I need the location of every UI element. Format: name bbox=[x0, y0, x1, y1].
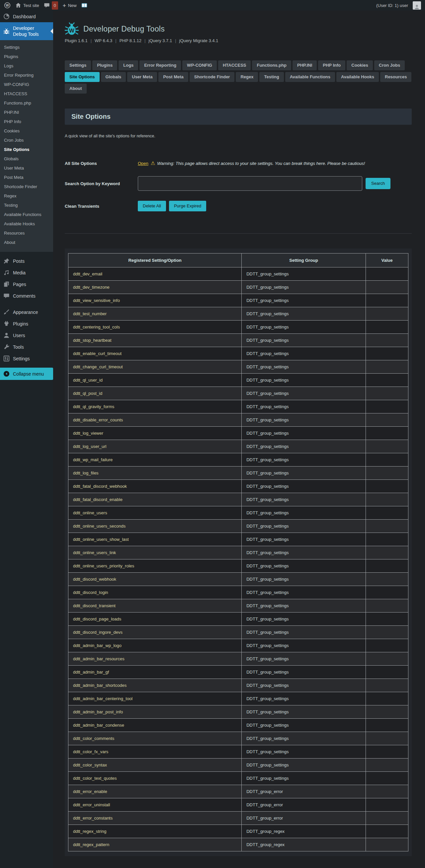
cell-option: ddtt_discord_transient bbox=[68, 599, 242, 613]
collapse-menu-button[interactable]: Collapse menu bbox=[0, 368, 53, 380]
cell-option: ddtt_admin_bar_gf bbox=[68, 665, 242, 679]
sidebar-subitem-settings[interactable]: Settings bbox=[0, 43, 53, 52]
cell-value bbox=[366, 665, 408, 679]
tab-plugins[interactable]: Plugins bbox=[92, 60, 117, 70]
tab-htaccess[interactable]: HTACCESS bbox=[218, 60, 251, 70]
sidebar-subitem-resources[interactable]: Resources bbox=[0, 228, 53, 238]
tab-cron-jobs[interactable]: Cron Jobs bbox=[374, 60, 405, 70]
tab-available-hooks[interactable]: Available Hooks bbox=[336, 72, 379, 82]
tab-settings[interactable]: Settings bbox=[65, 60, 91, 70]
cell-group: DDTT_group_settings bbox=[242, 559, 366, 573]
new-content-menu[interactable]: + New bbox=[63, 0, 77, 11]
tab-post-meta[interactable]: Post Meta bbox=[159, 72, 188, 82]
sidebar-item-plugins[interactable]: Plugins bbox=[0, 318, 53, 330]
home-icon bbox=[15, 2, 21, 8]
sidebar-subitem-cron-jobs[interactable]: Cron Jobs bbox=[0, 136, 53, 145]
cell-option: ddtt_fatal_discord_enable bbox=[68, 493, 242, 506]
tab-available-functions[interactable]: Available Functions bbox=[285, 72, 335, 82]
sidebar-item-users[interactable]: Users bbox=[0, 330, 53, 341]
comment-bubble-icon bbox=[44, 2, 50, 8]
tab-site-options[interactable]: Site Options bbox=[65, 72, 100, 82]
comments-menu[interactable]: 0 bbox=[44, 0, 58, 11]
cell-option: ddtt_color_text_quotes bbox=[68, 772, 242, 785]
sidebar-subitem-user-meta[interactable]: User Meta bbox=[0, 163, 53, 173]
meta-item: jQuery Migrate 3.4.1 bbox=[179, 38, 219, 43]
cell-group: DDTT_group_settings bbox=[242, 758, 366, 772]
sidebar-subitem-available-hooks[interactable]: Available Hooks bbox=[0, 219, 53, 228]
tab-functions-php[interactable]: Functions.php bbox=[252, 60, 291, 70]
sidebar-subitem-post-meta[interactable]: Post Meta bbox=[0, 173, 53, 182]
cell-group: DDTT_group_settings bbox=[242, 652, 366, 665]
tab-shortcode-finder[interactable]: Shortcode Finder bbox=[190, 72, 235, 82]
tools-icon bbox=[3, 344, 10, 350]
sidebar-item-media[interactable]: Media bbox=[0, 267, 53, 278]
pages-icon bbox=[3, 281, 10, 287]
cell-value bbox=[366, 400, 408, 413]
cell-group: DDTT_group_settings bbox=[242, 745, 366, 758]
sidebar-subitem-error-reporting[interactable]: Error Reporting bbox=[0, 71, 53, 80]
delete-all-button[interactable]: Delete All bbox=[138, 201, 166, 211]
purge-expired-button[interactable]: Purge Expired bbox=[169, 201, 206, 211]
sidebar-subitem-about[interactable]: About bbox=[0, 238, 53, 247]
sidebar-subitem-globals[interactable]: Globals bbox=[0, 154, 53, 163]
tab-user-meta[interactable]: User Meta bbox=[127, 72, 157, 82]
cell-group: DDTT_group_error bbox=[242, 798, 366, 812]
site-name-menu[interactable]: Test site bbox=[15, 0, 39, 11]
search-button[interactable]: Search bbox=[366, 178, 391, 189]
sidebar-item-dashboard[interactable]: Dashboard bbox=[0, 11, 53, 22]
svg-text:W: W bbox=[6, 4, 9, 7]
tab-regex[interactable]: Regex bbox=[236, 72, 258, 82]
sidebar-subitem-site-options[interactable]: Site Options bbox=[0, 145, 53, 154]
cell-value bbox=[366, 506, 408, 520]
collapse-arrow-icon bbox=[3, 371, 10, 377]
sidebar-subitem-testing[interactable]: Testing bbox=[0, 201, 53, 210]
tab-testing[interactable]: Testing bbox=[259, 72, 284, 82]
tab-php-info[interactable]: PHP Info bbox=[318, 60, 345, 70]
sidebar-subitem-wp-config[interactable]: WP-CONFIG bbox=[0, 80, 53, 89]
cell-option: ddtt_online_users bbox=[68, 506, 242, 520]
sidebar-subitem-functions-php[interactable]: Functions.php bbox=[0, 98, 53, 108]
sidebar-item-settings[interactable]: Settings bbox=[0, 353, 53, 364]
book-menu[interactable] bbox=[81, 0, 87, 11]
cell-value bbox=[366, 599, 408, 613]
avatar[interactable] bbox=[413, 1, 421, 10]
cell-value bbox=[366, 387, 408, 400]
cell-option: ddtt_error_enable bbox=[68, 785, 242, 798]
cell-option: ddtt_error_uninstall bbox=[68, 798, 242, 812]
sidebar-item-developer-debug-tools[interactable]: W Developer Debug Tools bbox=[0, 22, 53, 40]
sidebar-subitem-php-ini[interactable]: PHP.INI bbox=[0, 108, 53, 117]
sidebar-subitem-plugins[interactable]: Plugins bbox=[0, 52, 53, 61]
sidebar-subitem-shortcode-finder[interactable]: Shortcode Finder bbox=[0, 182, 53, 191]
sidebar-item-pages[interactable]: Pages bbox=[0, 278, 53, 290]
tab-wp-config[interactable]: WP-CONFIG bbox=[182, 60, 217, 70]
comments-icon bbox=[3, 293, 10, 299]
sidebar-item-posts[interactable]: Posts bbox=[0, 255, 53, 267]
cell-value bbox=[366, 613, 408, 626]
tab-logs[interactable]: Logs bbox=[118, 60, 138, 70]
cell-group: DDTT_group_settings bbox=[242, 705, 366, 719]
sidebar-subitem-htaccess[interactable]: HTACCESS bbox=[0, 89, 53, 98]
cell-group: DDTT_group_settings bbox=[242, 360, 366, 374]
tab-globals[interactable]: Globals bbox=[101, 72, 126, 82]
sidebar-item-comments[interactable]: Comments bbox=[0, 290, 53, 302]
sidebar-item-tools[interactable]: Tools bbox=[0, 341, 53, 353]
plugin-version-meta: Plugin 1.6.1|WP 6.4.3|PHP 8.1.12|jQuery … bbox=[65, 38, 412, 43]
cell-option: ddtt_color_syntax bbox=[68, 758, 242, 772]
sidebar-subitem-available-functions[interactable]: Available Functions bbox=[0, 210, 53, 219]
sidebar-subitem-regex[interactable]: Regex bbox=[0, 191, 53, 201]
tab-error-reporting[interactable]: Error Reporting bbox=[139, 60, 181, 70]
open-options-link[interactable]: Open bbox=[138, 161, 148, 166]
sidebar-subitem-logs[interactable]: Logs bbox=[0, 61, 53, 71]
tab-resources[interactable]: Resources bbox=[380, 72, 412, 82]
wordpress-logo-menu[interactable]: W bbox=[4, 0, 11, 11]
tab-about[interactable]: About bbox=[65, 84, 87, 94]
search-option-input[interactable] bbox=[138, 176, 362, 191]
sidebar-subitem-php-info[interactable]: PHP Info bbox=[0, 117, 53, 126]
table-row: ddtt_online_usersDDTT_group_settings bbox=[68, 506, 408, 520]
sidebar-subitem-cookies[interactable]: Cookies bbox=[0, 126, 53, 136]
user-account-menu[interactable]: (User ID: 1) user bbox=[376, 3, 408, 8]
tab-cookies[interactable]: Cookies bbox=[347, 60, 373, 70]
sidebar-item-appearance[interactable]: Appearance bbox=[0, 306, 53, 318]
table-row: ddtt_admin_bar_post_infoDDTT_group_setti… bbox=[68, 705, 408, 719]
tab-php-ini[interactable]: PHP.INI bbox=[292, 60, 317, 70]
